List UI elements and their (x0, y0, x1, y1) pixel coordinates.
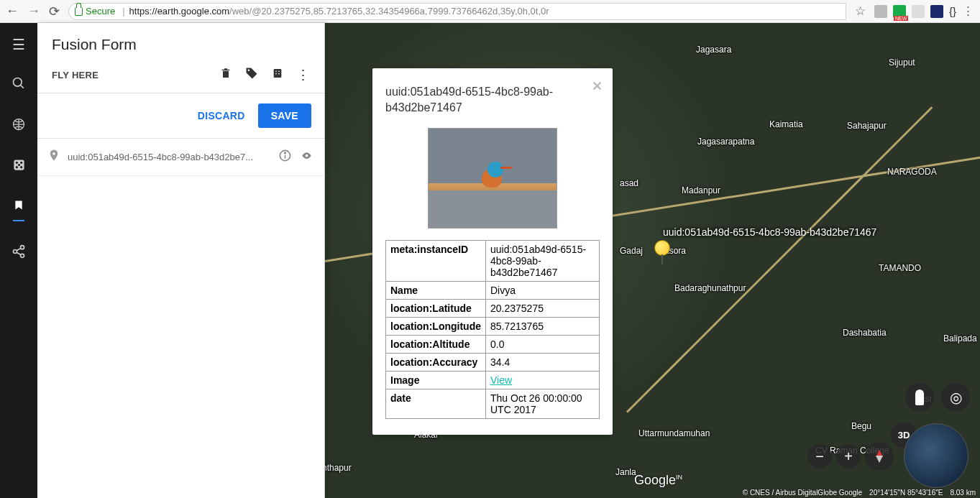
attribution-copy: © CNES / Airbus DigitalGlobe Google (743, 489, 862, 497)
bird-image (475, 162, 510, 192)
secure-indicator: Secure (75, 6, 115, 17)
attribution-coords: 20°14'15"N 85°43'16"E (869, 489, 943, 497)
lucky-icon[interactable] (12, 158, 26, 175)
google-logo: GoogleIN (634, 473, 682, 488)
fly-here-button[interactable]: FLY HERE (52, 70, 99, 80)
zoom-in-button[interactable]: + (836, 444, 861, 469)
table-value: uuid:051ab49d-6515-4bc8-99ab-b43d2be7146… (485, 240, 599, 281)
forward-button[interactable]: → (27, 4, 40, 19)
ext-grey-icon[interactable] (874, 5, 887, 18)
card-title: uuid:051ab49d-6515-4bc8-99ab-b43d2be7146… (385, 84, 600, 116)
info-icon[interactable] (278, 149, 292, 166)
table-key: location:Altitude (386, 335, 486, 353)
attribution-scale: 8.03 km (950, 489, 976, 497)
card-image[interactable] (428, 128, 557, 229)
svg-point-24 (306, 154, 308, 157)
svg-point-11 (21, 254, 24, 257)
map-canvas[interactable]: JagasaraSijuputKaimatiaSahajapurJagasara… (325, 23, 980, 498)
map-controls: − + (807, 423, 968, 488)
panel-title: Fusion Form (37, 23, 324, 59)
table-value: Thu Oct 26 00:00:00 UTC 2017 (485, 389, 599, 418)
pegman-button[interactable] (905, 383, 934, 412)
table-row: location:Altitude0.0 (386, 335, 600, 353)
svg-point-14 (248, 70, 250, 72)
address-bar[interactable]: Secure | https:// earth.google.com /web/… (68, 3, 846, 20)
menu-icon[interactable]: ☰ (12, 36, 25, 53)
card-table: meta:instanceIDuuid:051ab49d-6515-4bc8-9… (385, 240, 600, 419)
save-button[interactable]: SAVE (258, 103, 311, 128)
table-value: 20.2375275 (485, 299, 599, 317)
svg-point-10 (14, 250, 17, 254)
table-row: dateThu Oct 26 00:00:00 UTC 2017 (386, 389, 600, 418)
svg-point-23 (285, 152, 286, 154)
trash-icon[interactable] (220, 67, 232, 83)
table-value: Divya (485, 281, 599, 299)
table-key: location:Longitude (386, 317, 486, 335)
more-icon[interactable]: ⋮ (296, 67, 310, 83)
svg-point-6 (15, 166, 17, 168)
bookmark-icon[interactable] (13, 198, 24, 221)
table-row: NameDivya (386, 281, 600, 299)
table-row: location:Latitude20.2375275 (386, 299, 600, 317)
table-value: 34.4 (485, 353, 599, 371)
svg-line-13 (17, 252, 21, 254)
svg-line-12 (17, 248, 21, 250)
place-pin-icon (47, 147, 60, 167)
panel-actions: DISCARD SAVE (37, 93, 324, 139)
svg-point-19 (278, 73, 280, 75)
visibility-icon[interactable] (299, 150, 314, 165)
placemark-item[interactable]: uuid:051ab49d-6515-4bc8-99ab-b43d2be7... (37, 139, 324, 176)
svg-point-20 (52, 152, 55, 155)
pushpin-needle-icon (661, 254, 663, 264)
zoom-out-button[interactable]: − (807, 444, 832, 469)
compass-button[interactable] (865, 442, 894, 471)
voyager-icon[interactable] (12, 117, 26, 135)
svg-point-7 (20, 166, 22, 168)
present-icon[interactable] (272, 67, 283, 83)
view-link[interactable]: View (490, 374, 512, 386)
url-host: earth.google.com (157, 6, 229, 17)
ext-light-icon[interactable] (912, 5, 925, 18)
table-row: meta:instanceIDuuid:051ab49d-6515-4bc8-9… (386, 240, 600, 281)
table-value: 85.7213765 (485, 317, 599, 335)
app-container: ☰ Fusion Form FLY HERE ⋮ (0, 23, 980, 498)
star-icon[interactable]: ☆ (855, 4, 866, 19)
search-icon[interactable] (12, 76, 26, 94)
attribution-bar: © CNES / Airbus DigitalGlobe Google 20°1… (743, 489, 976, 497)
placemark-map-label: uuid:051ab49d-6515-4bc8-99ab-b43d2be7146… (663, 226, 876, 238)
ext-green-icon[interactable]: NEW (893, 5, 906, 18)
tag-icon[interactable] (244, 66, 259, 84)
overview-globe[interactable] (904, 423, 968, 488)
svg-rect-15 (274, 69, 282, 78)
share-icon[interactable] (12, 244, 26, 262)
google-logo-text: Google (634, 473, 676, 487)
browser-menu-icon[interactable]: ⋮ (962, 4, 974, 19)
zoom-group: − + (807, 442, 894, 471)
svg-point-8 (17, 164, 19, 166)
info-card: ✕ uuid:051ab49d-6515-4bc8-99ab-b43d2be71… (372, 68, 613, 435)
url-scheme: https:// (129, 6, 157, 17)
reload-button[interactable]: ⟳ (49, 4, 60, 19)
left-rail: ☰ (0, 23, 37, 498)
secure-label: Secure (86, 6, 115, 17)
placemark-pushpin[interactable] (654, 240, 673, 266)
svg-point-5 (20, 162, 22, 164)
table-row: ImageView (386, 371, 600, 389)
url-path: /web/@20.2375275,85.7213765,32.34354966a… (229, 6, 549, 17)
table-key: Name (386, 281, 486, 299)
back-button[interactable]: ← (6, 4, 19, 19)
svg-point-17 (278, 71, 280, 73)
discard-button[interactable]: DISCARD (198, 103, 245, 128)
table-key: location:Latitude (386, 299, 486, 317)
ext-braces-icon[interactable]: {} (949, 5, 956, 17)
table-key: Image (386, 371, 486, 389)
table-row: location:Longitude85.7213765 (386, 317, 600, 335)
close-icon[interactable]: ✕ (592, 78, 603, 94)
ext-blue-icon[interactable] (930, 5, 943, 18)
svg-point-9 (21, 246, 24, 249)
my-location-button[interactable]: ◎ (941, 383, 970, 412)
svg-line-1 (21, 86, 24, 88)
svg-point-0 (14, 78, 22, 87)
table-row: location:Accuracy34.4 (386, 353, 600, 371)
pushpin-head-icon (654, 240, 670, 256)
